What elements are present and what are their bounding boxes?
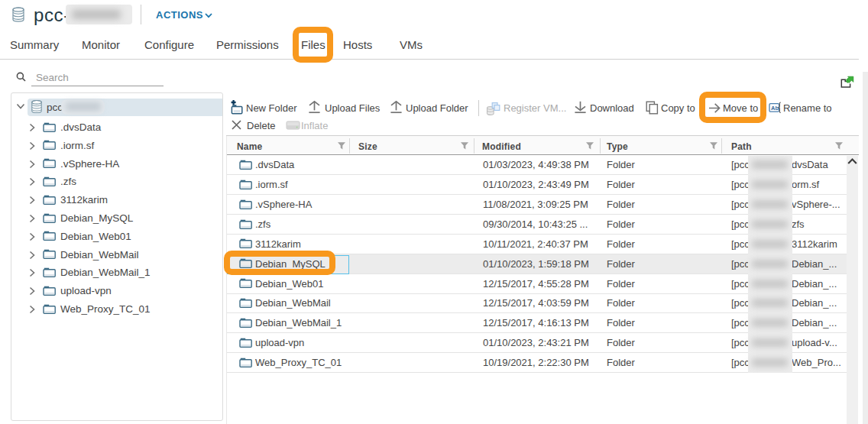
svg-text:Ab: Ab bbox=[771, 105, 779, 112]
